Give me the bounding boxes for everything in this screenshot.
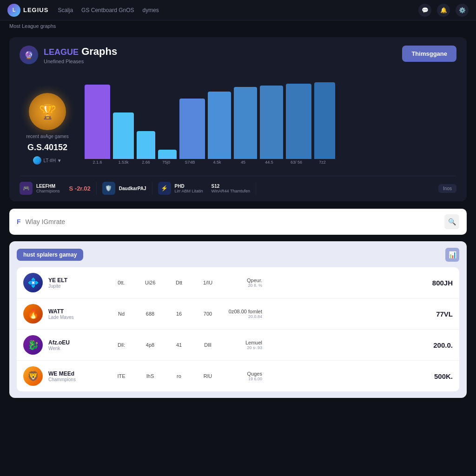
stat-title-leefhm: LEEFHM bbox=[36, 184, 60, 189]
bar bbox=[113, 112, 134, 159]
player-extra-sub: 20 8. % bbox=[225, 283, 262, 288]
x-axis-labels: 2.1.61.53k2.6675j0S74B4.5k4544.563/ 567z… bbox=[85, 160, 456, 165]
player-extra-sub: 20.0.84 bbox=[225, 314, 262, 319]
player-stat4: 700 bbox=[196, 311, 219, 317]
player-info: Afz.oEU Wenk bbox=[48, 339, 104, 351]
this-game-button[interactable]: Thimsggane bbox=[402, 46, 456, 62]
stat-sub-leefhm: Charmipions bbox=[36, 189, 60, 193]
player-stat4: Dlll bbox=[196, 342, 219, 348]
player-row[interactable]: 🔥 WATT Lade Maves Nd 688 16 700 0z08.00 … bbox=[17, 298, 459, 330]
nav-link-centboard[interactable]: GS Centboard GnOS bbox=[81, 7, 134, 13]
nav-link-scalja[interactable]: Scalja bbox=[58, 7, 73, 13]
graph-logo-icon: 🔮 bbox=[20, 46, 38, 64]
player-extra-main: Qpeur. bbox=[225, 278, 262, 283]
graphs-label: Graphs bbox=[81, 46, 117, 57]
player-role: Wenk bbox=[48, 346, 104, 351]
bar-chart: 2.1.61.53k2.6675j0S74B4.5k4544.563/ 567z… bbox=[85, 75, 456, 165]
player-extra-main: Quges bbox=[225, 371, 262, 377]
bars-container bbox=[85, 75, 456, 159]
player-extra-sub: 20 s-.93 bbox=[225, 345, 262, 350]
player-name: WE MEEd bbox=[48, 370, 104, 377]
bar-group bbox=[260, 86, 283, 159]
player-role: Lade Maves bbox=[48, 315, 104, 320]
search-submit-icon[interactable]: 🔍 bbox=[444, 214, 459, 229]
main-content: 🔮 LEAGUE Graphs Unefined Pleases Thimsgg… bbox=[0, 32, 476, 403]
search-box: F 🔍 bbox=[9, 209, 467, 235]
player-score: 800JH bbox=[425, 279, 453, 287]
bar bbox=[314, 82, 335, 159]
player-stat3: ro bbox=[167, 373, 191, 379]
topnav: L LEGIUS Scalja GS Centboard GnOS dymes … bbox=[0, 0, 476, 20]
player-extra-sub: 19 6.00 bbox=[225, 377, 262, 381]
player-avatar: 🦁 bbox=[23, 366, 43, 386]
stat-item-leefhm: 🎮 LEEFHM Charmipions S -2r.02 bbox=[20, 182, 97, 195]
player-name: Afz.oEU bbox=[48, 339, 104, 346]
settings-icon[interactable]: ⚙️ bbox=[456, 4, 469, 17]
bar bbox=[234, 87, 257, 159]
x-axis-label: 63/ 56 bbox=[284, 160, 309, 165]
graph-subtitle: Unefined Pleases bbox=[44, 59, 117, 64]
rank-sub: 🌐 LT·#H ▼ bbox=[33, 156, 61, 165]
logo-area: L LEGIUS bbox=[7, 4, 48, 17]
stat-action-button[interactable]: Inos bbox=[438, 184, 456, 193]
players-chart-icon[interactable]: 📊 bbox=[445, 248, 459, 262]
bar-group bbox=[286, 84, 311, 159]
x-axis-label: 2.1.6 bbox=[85, 160, 110, 165]
player-stat1: ITE bbox=[110, 373, 133, 379]
player-stat2: IhS bbox=[139, 373, 162, 379]
graph-title: LEAGUE Graphs bbox=[44, 46, 117, 58]
stat-texts-daudkar: DaudkarPAJ bbox=[119, 186, 146, 191]
graph-title-area: 🔮 LEAGUE Graphs Unefined Pleases bbox=[20, 46, 117, 64]
nav-link-dymes[interactable]: dymes bbox=[142, 7, 159, 13]
players-header: hust splalers gamay 📊 bbox=[17, 248, 459, 262]
player-avatar: 💠 bbox=[23, 273, 43, 292]
stat-icon-daudkar: 🛡️ bbox=[102, 182, 115, 195]
x-axis-label: 1.53k bbox=[113, 160, 134, 165]
player-stat3: Dtt bbox=[167, 280, 191, 285]
search-input[interactable] bbox=[26, 218, 440, 225]
bar bbox=[260, 86, 283, 159]
message-icon[interactable]: 💬 bbox=[418, 4, 431, 17]
rank-label: recent avAge games bbox=[26, 134, 69, 139]
player-stat2: 688 bbox=[139, 311, 162, 317]
stat-value-phd: S12 WinAR44 Thamtufen bbox=[212, 184, 250, 193]
player-name: YE ELT bbox=[48, 277, 104, 284]
stat-texts-leefhm: LEEFHM Charmipions bbox=[36, 184, 60, 193]
nav-links: Scalja GS Centboard GnOS dymes bbox=[58, 7, 418, 13]
player-stat2: 4p8 bbox=[139, 342, 162, 348]
players-table: 💠 YE ELT Jupite 0tt. Ui26 Dtt 1/IU Qpeur… bbox=[17, 267, 459, 391]
player-info: WATT Lade Maves bbox=[48, 308, 104, 320]
rank-sub-icon: 🌐 bbox=[33, 156, 41, 165]
breadcrumb: Most League graphs bbox=[0, 20, 476, 32]
brand-name: LEGIUS bbox=[23, 7, 48, 13]
players-title-badge: hust splalers gamay bbox=[17, 249, 83, 261]
player-extra: Quges 19 6.00 bbox=[225, 371, 262, 381]
player-extra: Qpeur. 20 8. % bbox=[225, 278, 262, 288]
chart-left-panel: 🏆 recent avAge games G.S.40152 🌐 LT·#H ▼ bbox=[20, 93, 75, 165]
bar bbox=[85, 85, 110, 159]
x-axis-label: 4.5k bbox=[205, 160, 229, 165]
bar-group bbox=[234, 87, 257, 159]
notification-icon[interactable]: 🔔 bbox=[437, 4, 450, 17]
player-row[interactable]: 🐉 Afz.oEU Wenk Dll: 4p8 41 Dlll Lemuel 2… bbox=[17, 330, 459, 361]
player-row[interactable]: 💠 YE ELT Jupite 0tt. Ui26 Dtt 1/IU Qpeur… bbox=[17, 267, 459, 298]
x-axis-label: 2.66 bbox=[137, 160, 155, 165]
stat-icon-phd: ⚡ bbox=[158, 182, 171, 195]
player-row[interactable]: 🦁 WE MEEd Chammpions ITE IhS ro RlU Quge… bbox=[17, 361, 459, 391]
stat-value-leefhm: S -2r.02 bbox=[69, 185, 91, 192]
logo-icon: L bbox=[7, 4, 20, 17]
bar bbox=[286, 84, 311, 159]
stat-title-daudkar: DaudkarPAJ bbox=[119, 186, 146, 191]
player-name: WATT bbox=[48, 308, 104, 315]
player-avatar: 🐉 bbox=[23, 335, 43, 355]
stat-icon-leefhm: 🎮 bbox=[20, 182, 33, 195]
player-info: WE MEEd Chammpions bbox=[48, 370, 104, 382]
x-axis-label: 7z2 bbox=[312, 160, 333, 165]
x-axis-label: 45 bbox=[231, 160, 255, 165]
player-extra-main: 0z08.00 fomlet bbox=[225, 309, 262, 314]
bar bbox=[208, 92, 231, 159]
player-score: 77VL bbox=[425, 310, 453, 318]
bar-group bbox=[113, 112, 134, 159]
search-prefix: F bbox=[17, 218, 21, 225]
bar bbox=[158, 150, 177, 159]
